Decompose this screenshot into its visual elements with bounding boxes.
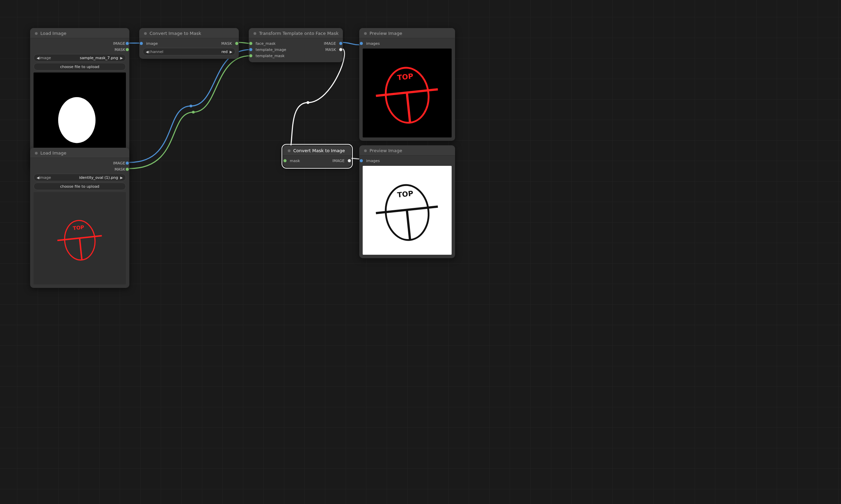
choose-file-button[interactable]: choose file to upload (34, 63, 126, 70)
node-convert-mask-to-image[interactable]: Convert Mask to Image mask IMAGE (283, 145, 351, 167)
node-title: Convert Mask to Image (293, 148, 345, 153)
svg-line-10 (79, 238, 82, 260)
input-label: mask (290, 159, 300, 163)
output-label-image: IMAGE (113, 41, 125, 46)
widget-value: sample_mask_7.png (51, 56, 120, 60)
node-load-image-2[interactable]: Load Image IMAGE MASK ◀ image identity_o… (30, 148, 129, 288)
widget-label: channel (148, 50, 164, 54)
widget-label: image (39, 56, 51, 60)
node-preview-image-1[interactable]: Preview Image images TOP (359, 28, 455, 141)
node-title: Load Image (40, 31, 66, 36)
node-convert-image-to-mask[interactable]: Convert Image to Mask image MASK ◀ chann… (139, 28, 239, 59)
preview-thumbnail: TOP (363, 166, 452, 255)
input-label: template_mask (256, 54, 285, 58)
node-header[interactable]: Load Image (30, 28, 129, 38)
node-header[interactable]: Convert Mask to Image (283, 145, 351, 156)
port-in-mask[interactable] (284, 159, 287, 162)
node-title: Preview Image (370, 31, 402, 36)
input-label: face_mask (256, 41, 276, 46)
output-label-mask: MASK (115, 167, 125, 172)
node-transform-template[interactable]: Transform Template onto Face Mask face_m… (249, 28, 343, 62)
node-load-image-1[interactable]: Load Image IMAGE MASK ◀ image sample_mas… (30, 28, 129, 168)
output-label: IMAGE (324, 41, 336, 46)
node-header[interactable]: Convert Image to Mask (139, 28, 239, 38)
svg-line-14 (407, 210, 410, 240)
chevron-right-icon[interactable]: ▶ (120, 176, 123, 180)
collapse-dot-icon[interactable] (35, 32, 38, 35)
widget-value: identity_oval (1).png (51, 175, 120, 180)
output-label: IMAGE (332, 159, 345, 163)
input-label: images (366, 41, 380, 46)
port-in-images[interactable] (360, 42, 363, 45)
port-out-mask[interactable] (235, 42, 238, 45)
port-in-face-mask[interactable] (249, 42, 253, 45)
svg-text:TOP: TOP (397, 189, 414, 199)
node-title: Load Image (40, 150, 66, 156)
port-out-image[interactable] (126, 162, 129, 165)
collapse-dot-icon[interactable] (288, 149, 290, 152)
chevron-left-icon[interactable]: ◀ (37, 176, 39, 180)
input-label: images (366, 159, 380, 163)
output-label-mask: MASK (115, 48, 125, 52)
chevron-right-icon[interactable]: ▶ (120, 56, 123, 60)
port-out-image[interactable] (348, 159, 351, 162)
svg-line-6 (407, 93, 410, 123)
channel-selector[interactable]: ◀ channel red ▶ (143, 48, 235, 55)
svg-point-3 (58, 97, 95, 143)
output-label: MASK (325, 48, 336, 52)
port-out-image[interactable] (339, 42, 342, 45)
node-title: Preview Image (370, 148, 402, 153)
port-in-images[interactable] (360, 159, 363, 162)
collapse-dot-icon[interactable] (254, 32, 256, 35)
image-file-selector[interactable]: ◀ image sample_mask_7.png ▶ (34, 54, 126, 62)
chevron-right-icon[interactable]: ▶ (230, 50, 232, 54)
port-out-mask[interactable] (126, 48, 129, 51)
input-label-image: image (146, 41, 158, 46)
svg-text:TOP: TOP (397, 72, 414, 82)
svg-point-0 (190, 105, 192, 107)
node-header[interactable]: Load Image (30, 148, 129, 158)
collapse-dot-icon[interactable] (35, 152, 38, 155)
svg-point-2 (307, 101, 309, 104)
choose-file-button[interactable]: choose file to upload (34, 183, 126, 190)
node-header[interactable]: Preview Image (359, 28, 455, 38)
svg-text:TOP: TOP (73, 224, 85, 231)
widget-label: image (39, 175, 51, 180)
port-out-mask[interactable] (339, 48, 342, 51)
collapse-dot-icon[interactable] (364, 149, 367, 152)
output-label-image: IMAGE (113, 161, 125, 165)
port-in-image[interactable] (140, 42, 143, 45)
preview-thumbnail: TOP (34, 192, 126, 284)
node-header[interactable]: Preview Image (359, 145, 455, 156)
svg-point-1 (192, 111, 195, 114)
node-graph-canvas[interactable]: Load Image IMAGE MASK ◀ image sample_mas… (0, 0, 841, 504)
port-out-image[interactable] (126, 42, 129, 45)
node-header[interactable]: Transform Template onto Face Mask (249, 28, 343, 38)
port-in-template-image[interactable] (249, 48, 253, 51)
port-in-template-mask[interactable] (249, 54, 253, 57)
chevron-left-icon[interactable]: ◀ (37, 56, 39, 60)
node-title: Transform Template onto Face Mask (259, 31, 339, 36)
collapse-dot-icon[interactable] (144, 32, 147, 35)
preview-thumbnail: TOP (363, 49, 452, 137)
input-label: template_image (256, 48, 286, 52)
chevron-left-icon[interactable]: ◀ (146, 50, 148, 54)
node-title: Convert Image to Mask (150, 31, 201, 36)
port-out-mask[interactable] (126, 168, 129, 171)
output-label-mask: MASK (221, 41, 232, 46)
image-file-selector[interactable]: ◀ image identity_oval (1).png ▶ (34, 174, 126, 181)
node-preview-image-2[interactable]: Preview Image images TOP (359, 145, 455, 258)
widget-value: red (163, 50, 230, 54)
collapse-dot-icon[interactable] (364, 32, 367, 35)
